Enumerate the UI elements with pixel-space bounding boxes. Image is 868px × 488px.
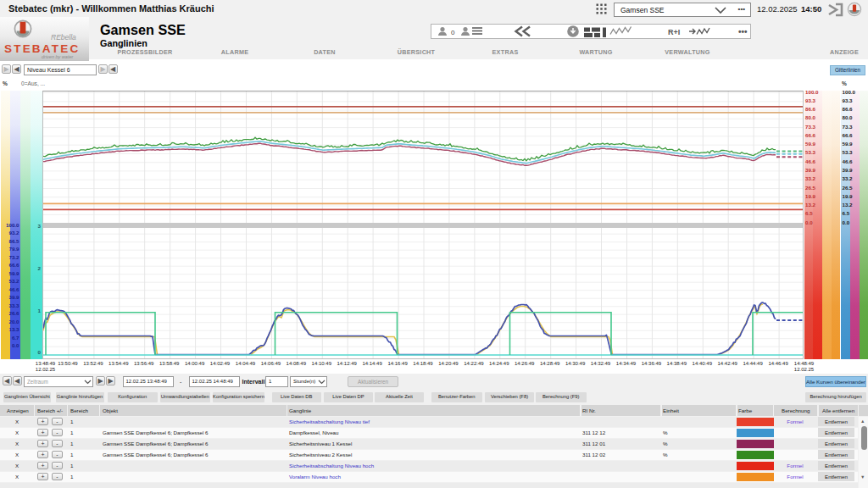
svg-text:driven by water: driven by water	[42, 54, 74, 59]
svg-text:0: 0	[451, 29, 455, 36]
svg-text:REbella: REbella	[51, 33, 76, 42]
svg-text:•••: •••	[738, 27, 748, 36]
svg-text:STEBATEC: STEBATEC	[4, 42, 80, 55]
svg-text:R+I: R+I	[668, 28, 680, 36]
